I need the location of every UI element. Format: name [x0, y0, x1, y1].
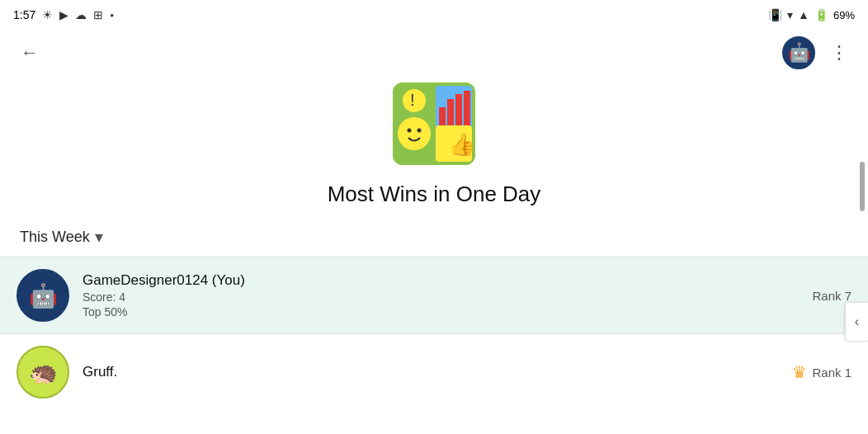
grid-icon: ⊞: [93, 8, 103, 21]
filter-label: This Week: [20, 229, 90, 246]
scrollbar-thumb[interactable]: [860, 162, 865, 211]
leaderboard-row: 🦔 Gruff. ♛ Rank 1: [0, 334, 868, 410]
rank-badge: Rank 7: [812, 289, 851, 303]
status-bar: 1:57 ☀ ▶ ☁ ⊞ ● 📳 ▾ ▲ 🔋 69%: [0, 0, 868, 30]
leaderboard-row: 🤖 GameDesigner0124 (You) Score: 4 Top 50…: [0, 257, 868, 333]
player-rank-label: Top 50%: [83, 305, 812, 318]
player-score: Score: 4: [83, 290, 812, 304]
rank-text: Rank 1: [812, 366, 851, 380]
app-bar: ← 🤖 ⋮: [0, 30, 868, 76]
more-options-icon: ⋮: [830, 42, 847, 64]
rank-text: Rank 7: [812, 289, 851, 303]
achievement-section: 👍 ! Most Wins in One Day: [0, 76, 868, 220]
svg-rect-5: [464, 91, 470, 127]
avatar-emoji: 🤖: [29, 282, 58, 309]
rank-badge: ♛ Rank 1: [792, 362, 851, 382]
achievement-title: Most Wins in One Day: [328, 182, 541, 207]
wifi-icon: ▾: [787, 8, 793, 21]
vibrate-icon: 📳: [768, 8, 782, 21]
leaderboard-section: 🤖 GameDesigner0124 (You) Score: 4 Top 50…: [0, 257, 868, 410]
status-bar-left: 1:57 ☀ ▶ ☁ ⊞ ●: [13, 8, 114, 21]
svg-rect-2: [439, 107, 446, 127]
player-name: GameDesigner0124 (You): [83, 272, 812, 289]
user-avatar[interactable]: 🤖: [782, 36, 815, 69]
dot-icon: ●: [110, 12, 114, 19]
scrollbar-track: [860, 30, 865, 434]
time-display: 1:57: [13, 8, 35, 21]
filter-row: This Week ▾: [0, 220, 868, 257]
svg-point-10: [398, 117, 431, 150]
app-bar-actions: 🤖 ⋮: [782, 36, 855, 69]
avatar-emoji: 🦔: [29, 359, 58, 386]
more-options-button[interactable]: ⋮: [822, 36, 855, 69]
battery-icon: 🔋: [814, 8, 828, 21]
back-arrow-icon: ←: [21, 42, 39, 64]
svg-text:👍: 👍: [449, 131, 475, 158]
youtube-icon: ▶: [59, 8, 68, 21]
svg-text:!: !: [410, 91, 415, 109]
achievement-svg: 👍 !: [393, 83, 475, 165]
collapse-button[interactable]: ‹: [845, 302, 868, 342]
signal-icon: ▲: [798, 8, 809, 21]
chevron-down-icon: ▾: [95, 227, 103, 247]
cloud-icon: ☁: [75, 8, 87, 21]
collapse-chevron-icon: ‹: [855, 314, 859, 329]
crown-icon: ♛: [792, 362, 807, 382]
avatar-image: 🤖: [788, 42, 810, 64]
player-avatar: 🤖: [17, 269, 69, 322]
player-avatar: 🦔: [17, 346, 69, 399]
svg-rect-3: [447, 99, 454, 127]
svg-rect-4: [455, 94, 462, 127]
player-info: GameDesigner0124 (You) Score: 4 Top 50%: [83, 272, 812, 318]
brightness-icon: ☀: [42, 8, 53, 21]
status-bar-right: 📳 ▾ ▲ 🔋 69%: [768, 8, 855, 21]
player-info: Gruff.: [83, 364, 792, 380]
player-name: Gruff.: [83, 364, 792, 380]
time-filter-dropdown[interactable]: This Week ▾: [20, 227, 103, 247]
battery-level: 69%: [833, 9, 855, 21]
svg-point-12: [417, 129, 422, 133]
svg-point-11: [408, 129, 412, 133]
achievement-icon: 👍 !: [393, 83, 475, 165]
back-button[interactable]: ←: [13, 36, 46, 69]
